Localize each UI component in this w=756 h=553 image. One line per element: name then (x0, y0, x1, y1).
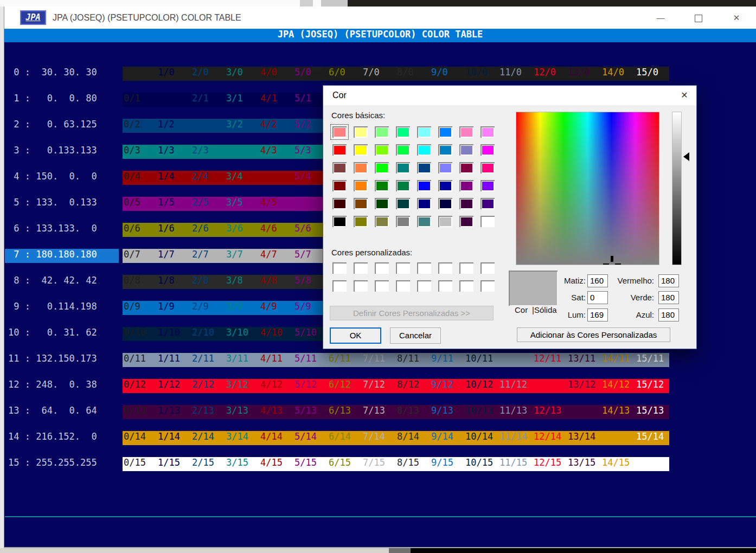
row-label[interactable]: 6 : 133.133. 0 (5, 223, 119, 237)
color-cell[interactable]: 10/15 (464, 457, 498, 471)
color-cell[interactable]: 2/3 (191, 145, 225, 159)
color-cell[interactable]: 4/9 (259, 301, 293, 315)
color-cell[interactable]: 0/13 (123, 405, 157, 419)
color-cell[interactable]: 4/3 (259, 145, 293, 159)
color-cell[interactable]: 2/4 (191, 171, 225, 185)
basic-color-swatch[interactable] (438, 216, 452, 227)
basic-color-swatch[interactable] (459, 198, 473, 209)
color-cell[interactable]: 14/15 (601, 457, 635, 471)
color-cell[interactable]: 4/6 (259, 223, 293, 237)
color-cell[interactable]: 14/13 (601, 405, 635, 419)
color-cell[interactable]: 9/11 (430, 353, 464, 367)
red-field[interactable]: 180 (658, 274, 679, 287)
basic-color-swatch[interactable] (480, 162, 495, 173)
color-cell[interactable]: 1/4 (157, 171, 191, 185)
color-cell[interactable]: 9/14 (430, 431, 464, 445)
basic-color-swatch[interactable] (375, 216, 389, 227)
basic-color-swatch[interactable] (417, 126, 431, 138)
color-cell[interactable]: 11/13 (498, 405, 533, 419)
basic-color-swatch[interactable] (375, 180, 389, 191)
basic-color-swatch[interactable] (396, 198, 410, 209)
color-cell[interactable]: 8/12 (396, 379, 430, 393)
color-cell[interactable]: 2/14 (191, 431, 225, 445)
color-cell[interactable]: 8/14 (396, 431, 430, 445)
custom-color-swatch[interactable] (480, 280, 495, 292)
custom-color-swatch[interactable] (375, 280, 389, 292)
basic-color-swatch[interactable] (396, 180, 410, 191)
basic-color-swatch[interactable] (438, 180, 452, 191)
color-cell[interactable]: 9/12 (430, 379, 464, 393)
color-cell[interactable]: 3/11 (225, 353, 259, 367)
minimize-button[interactable]: — (648, 7, 673, 29)
color-cell[interactable]: 13/0 (567, 67, 601, 81)
custom-color-swatch[interactable] (417, 262, 431, 274)
custom-color-swatch[interactable] (459, 262, 473, 274)
basic-color-swatch[interactable] (438, 162, 452, 173)
color-cell[interactable]: 11/12 (498, 379, 533, 393)
color-cell[interactable]: 9/15 (430, 457, 464, 471)
color-cell[interactable]: 11/0 (498, 67, 533, 81)
basic-color-swatch[interactable] (332, 198, 347, 209)
color-cell[interactable]: 1/12 (157, 379, 191, 393)
custom-color-swatch[interactable] (354, 262, 368, 274)
color-cell[interactable]: 14/0 (601, 67, 635, 81)
color-cell[interactable]: 0/9 (123, 301, 157, 315)
color-cell[interactable]: 14/14 (601, 431, 635, 445)
green-field[interactable]: 180 (658, 291, 679, 304)
color-cell[interactable]: 5/15 (293, 457, 328, 471)
basic-color-swatch[interactable] (417, 144, 431, 156)
color-cell[interactable]: 2/5 (191, 197, 225, 211)
color-cell[interactable]: 1/2 (157, 119, 191, 133)
color-cell[interactable]: 2/7 (191, 249, 225, 263)
color-cell[interactable]: 5/11 (293, 353, 328, 367)
color-cell[interactable]: 3/0 (225, 67, 259, 81)
basic-color-swatch[interactable] (459, 144, 473, 156)
row-label[interactable]: 2 : 0. 63.125 (5, 119, 119, 133)
basic-color-swatch[interactable] (459, 162, 473, 173)
color-cell[interactable]: 3/9 (225, 301, 259, 315)
basic-color-swatch[interactable] (354, 198, 368, 209)
custom-color-swatch[interactable] (332, 280, 347, 292)
color-cell[interactable]: 1/0 (157, 67, 191, 81)
color-cell[interactable]: 7/15 (362, 457, 396, 471)
color-cell[interactable]: 0/10 (123, 327, 157, 341)
color-cell[interactable]: 1/15 (157, 457, 191, 471)
color-cell[interactable]: 8/15 (396, 457, 430, 471)
color-cell[interactable]: 13/12 (567, 379, 601, 393)
color-cell[interactable]: 1/5 (157, 197, 191, 211)
color-cell[interactable]: 0/1 (123, 93, 157, 107)
cancel-button[interactable]: Cancelar (390, 327, 441, 344)
basic-color-swatch[interactable] (480, 216, 495, 227)
row-label[interactable]: 1 : 0. 0. 80 (5, 93, 119, 107)
close-button[interactable]: ✕ (724, 7, 749, 29)
color-cell[interactable]: 3/3 (225, 145, 259, 159)
color-cell[interactable]: 5/0 (293, 67, 328, 81)
color-cell[interactable]: 9/0 (430, 67, 464, 81)
basic-color-swatch[interactable] (375, 144, 389, 156)
basic-color-swatch[interactable] (396, 216, 410, 227)
color-cell[interactable]: 7/0 (362, 67, 396, 81)
color-cell[interactable]: 1/1 (157, 93, 191, 107)
color-cell[interactable]: 1/6 (157, 223, 191, 237)
basic-color-swatch[interactable] (459, 126, 473, 138)
color-cell[interactable]: 4/5 (259, 197, 293, 211)
color-cell[interactable]: 4/12 (259, 379, 293, 393)
color-cell[interactable]: 6/11 (328, 353, 362, 367)
color-cell[interactable]: 4/11 (259, 353, 293, 367)
color-cell[interactable]: 3/8 (225, 275, 259, 289)
color-cell[interactable]: 10/11 (464, 353, 498, 367)
row-label[interactable]: 0 : 30. 30. 30 (5, 67, 119, 81)
color-cell[interactable]: 10/14 (464, 431, 498, 445)
row-label[interactable]: 3 : 0.133.133 (5, 145, 119, 159)
color-cell[interactable]: 13/11 (567, 353, 601, 367)
basic-color-swatch[interactable] (480, 180, 495, 191)
color-cell[interactable]: 15/15 (635, 457, 669, 471)
row-label[interactable]: 11 : 132.150.173 (5, 353, 119, 367)
color-cell[interactable]: 6/12 (328, 379, 362, 393)
custom-color-swatch[interactable] (396, 280, 410, 292)
custom-color-swatch[interactable] (438, 280, 452, 292)
color-cell[interactable]: 10/0 (464, 67, 498, 81)
row-label[interactable]: 4 : 150. 0. 0 (5, 171, 119, 185)
basic-color-swatch[interactable] (354, 144, 368, 156)
color-cell[interactable]: 4/13 (259, 405, 293, 419)
